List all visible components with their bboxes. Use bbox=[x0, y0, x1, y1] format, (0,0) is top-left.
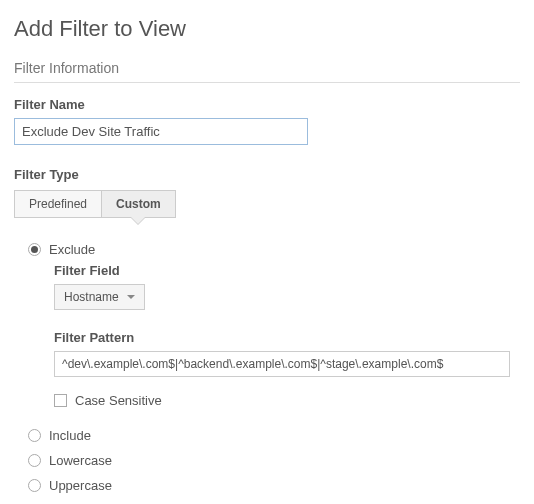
filter-field-dropdown[interactable]: Hostname bbox=[54, 284, 145, 310]
filter-name-label: Filter Name bbox=[14, 97, 520, 112]
filter-pattern-label: Filter Pattern bbox=[54, 330, 520, 345]
exclude-settings: Filter Field Hostname Filter Pattern Cas… bbox=[54, 263, 520, 408]
case-sensitive-label: Case Sensitive bbox=[75, 393, 162, 408]
filter-field-label: Filter Field bbox=[54, 263, 520, 278]
section-filter-information: Filter Information bbox=[14, 60, 520, 83]
filter-type-label: Filter Type bbox=[14, 167, 520, 182]
filter-type-toggle: Predefined Custom bbox=[14, 190, 176, 218]
radio-icon bbox=[28, 479, 41, 492]
radio-icon bbox=[28, 454, 41, 467]
radio-include-label: Include bbox=[49, 428, 91, 443]
radio-exclude-label: Exclude bbox=[49, 242, 95, 257]
radio-lowercase-label: Lowercase bbox=[49, 453, 112, 468]
radio-exclude[interactable]: Exclude bbox=[14, 242, 520, 257]
radio-uppercase-label: Uppercase bbox=[49, 478, 112, 493]
tab-custom-label: Custom bbox=[116, 197, 161, 211]
radio-icon bbox=[28, 243, 41, 256]
radio-lowercase[interactable]: Lowercase bbox=[14, 453, 520, 468]
radio-include[interactable]: Include bbox=[14, 428, 520, 443]
chevron-down-icon bbox=[130, 217, 146, 225]
checkbox-icon bbox=[54, 394, 67, 407]
caret-down-icon bbox=[127, 295, 135, 299]
case-sensitive-checkbox[interactable]: Case Sensitive bbox=[54, 393, 520, 408]
custom-filter-options: Exclude Filter Field Hostname Filter Pat… bbox=[14, 242, 520, 493]
tab-predefined[interactable]: Predefined bbox=[14, 190, 102, 218]
tab-custom[interactable]: Custom bbox=[102, 190, 176, 218]
filter-field-value: Hostname bbox=[64, 290, 119, 304]
radio-uppercase[interactable]: Uppercase bbox=[14, 478, 520, 493]
page-title: Add Filter to View bbox=[14, 16, 520, 42]
radio-icon bbox=[28, 429, 41, 442]
filter-pattern-input[interactable] bbox=[54, 351, 510, 377]
filter-name-input[interactable] bbox=[14, 118, 308, 145]
